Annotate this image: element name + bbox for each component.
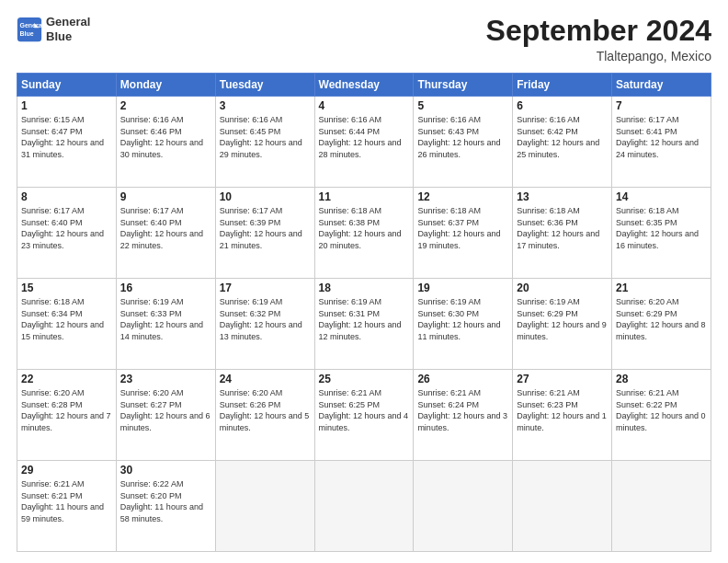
calendar-cell	[215, 461, 314, 552]
day-header-monday: Monday	[116, 74, 215, 97]
day-number: 6	[517, 99, 608, 112]
day-number: 29	[21, 464, 112, 477]
calendar-cell: 16 Sunrise: 6:19 AMSunset: 6:33 PMDaylig…	[116, 279, 215, 370]
day-number: 14	[616, 190, 707, 203]
calendar-cell: 26 Sunrise: 6:21 AMSunset: 6:24 PMDaylig…	[414, 370, 513, 461]
calendar-week-row: 22 Sunrise: 6:20 AMSunset: 6:28 PMDaylig…	[17, 370, 711, 461]
calendar-week-row: 29 Sunrise: 6:21 AMSunset: 6:21 PMDaylig…	[17, 461, 711, 552]
day-info: Sunrise: 6:16 AMSunset: 6:46 PMDaylight:…	[120, 115, 203, 159]
day-info: Sunrise: 6:20 AMSunset: 6:26 PMDaylight:…	[220, 388, 310, 432]
logo-text: General Blue	[46, 15, 90, 43]
calendar-cell	[513, 461, 612, 552]
day-info: Sunrise: 6:18 AMSunset: 6:38 PMDaylight:…	[319, 206, 402, 250]
day-number: 27	[517, 373, 608, 385]
calendar-body: 1 Sunrise: 6:15 AMSunset: 6:47 PMDayligh…	[17, 97, 711, 552]
calendar-cell	[314, 461, 414, 552]
calendar-cell: 13 Sunrise: 6:18 AMSunset: 6:36 PMDaylig…	[513, 188, 612, 279]
day-number: 16	[120, 282, 211, 294]
logo-icon: General Blue	[17, 17, 42, 42]
day-info: Sunrise: 6:21 AMSunset: 6:24 PMDaylight:…	[417, 388, 507, 432]
day-number: 15	[21, 282, 112, 294]
day-number: 4	[319, 99, 410, 112]
calendar-header-row: SundayMondayTuesdayWednesdayThursdayFrid…	[17, 74, 711, 97]
calendar-cell: 8 Sunrise: 6:17 AMSunset: 6:40 PMDayligh…	[17, 188, 117, 279]
calendar-cell: 12 Sunrise: 6:18 AMSunset: 6:37 PMDaylig…	[414, 188, 513, 279]
logo-line1: General	[46, 15, 90, 29]
day-number: 11	[319, 190, 410, 203]
calendar-cell: 21 Sunrise: 6:20 AMSunset: 6:29 PMDaylig…	[612, 279, 711, 370]
day-info: Sunrise: 6:19 AMSunset: 6:33 PMDaylight:…	[120, 297, 203, 341]
day-info: Sunrise: 6:17 AMSunset: 6:41 PMDaylight:…	[616, 115, 699, 159]
logo: General Blue General Blue	[17, 15, 90, 43]
day-info: Sunrise: 6:17 AMSunset: 6:40 PMDaylight:…	[120, 206, 203, 250]
day-number: 8	[21, 190, 112, 203]
day-number: 26	[417, 373, 508, 385]
day-header-tuesday: Tuesday	[215, 74, 314, 97]
calendar-cell: 23 Sunrise: 6:20 AMSunset: 6:27 PMDaylig…	[116, 370, 215, 461]
day-number: 28	[616, 373, 707, 385]
day-number: 5	[417, 99, 508, 112]
day-info: Sunrise: 6:21 AMSunset: 6:23 PMDaylight:…	[517, 388, 607, 432]
day-number: 9	[120, 190, 211, 203]
calendar-cell: 11 Sunrise: 6:18 AMSunset: 6:38 PMDaylig…	[314, 188, 414, 279]
calendar-cell	[414, 461, 513, 552]
calendar-cell: 17 Sunrise: 6:19 AMSunset: 6:32 PMDaylig…	[215, 279, 314, 370]
calendar-cell: 9 Sunrise: 6:17 AMSunset: 6:40 PMDayligh…	[116, 188, 215, 279]
day-header-sunday: Sunday	[17, 74, 117, 97]
logo-line2: Blue	[46, 29, 90, 44]
calendar-cell: 6 Sunrise: 6:16 AMSunset: 6:42 PMDayligh…	[513, 97, 612, 188]
calendar-cell: 1 Sunrise: 6:15 AMSunset: 6:47 PMDayligh…	[17, 97, 117, 188]
calendar-cell: 29 Sunrise: 6:21 AMSunset: 6:21 PMDaylig…	[17, 461, 117, 552]
page: General Blue General Blue September 2024…	[0, 0, 728, 563]
day-info: Sunrise: 6:18 AMSunset: 6:34 PMDaylight:…	[21, 297, 104, 341]
day-number: 2	[120, 99, 211, 112]
calendar-cell: 22 Sunrise: 6:20 AMSunset: 6:28 PMDaylig…	[17, 370, 117, 461]
calendar-cell: 30 Sunrise: 6:22 AMSunset: 6:20 PMDaylig…	[116, 461, 215, 552]
day-header-wednesday: Wednesday	[314, 74, 414, 97]
header: General Blue General Blue September 2024…	[17, 15, 711, 63]
day-header-friday: Friday	[513, 74, 612, 97]
location: Tlaltepango, Mexico	[486, 49, 711, 63]
calendar-cell: 10 Sunrise: 6:17 AMSunset: 6:39 PMDaylig…	[215, 188, 314, 279]
day-info: Sunrise: 6:18 AMSunset: 6:35 PMDaylight:…	[616, 206, 699, 250]
day-number: 23	[120, 373, 211, 385]
day-info: Sunrise: 6:18 AMSunset: 6:37 PMDaylight:…	[417, 206, 500, 250]
calendar-cell	[612, 461, 711, 552]
day-info: Sunrise: 6:16 AMSunset: 6:42 PMDaylight:…	[517, 115, 599, 159]
day-number: 30	[120, 464, 211, 477]
day-info: Sunrise: 6:19 AMSunset: 6:30 PMDaylight:…	[417, 297, 500, 341]
svg-text:Blue: Blue	[20, 30, 34, 37]
day-number: 17	[220, 282, 311, 294]
day-info: Sunrise: 6:19 AMSunset: 6:29 PMDaylight:…	[517, 297, 607, 341]
day-number: 20	[517, 282, 608, 294]
day-info: Sunrise: 6:19 AMSunset: 6:32 PMDaylight:…	[220, 297, 302, 341]
calendar-week-row: 1 Sunrise: 6:15 AMSunset: 6:47 PMDayligh…	[17, 97, 711, 188]
day-info: Sunrise: 6:16 AMSunset: 6:43 PMDaylight:…	[417, 115, 500, 159]
day-number: 25	[319, 373, 410, 385]
day-info: Sunrise: 6:15 AMSunset: 6:47 PMDaylight:…	[21, 115, 104, 159]
calendar-cell: 7 Sunrise: 6:17 AMSunset: 6:41 PMDayligh…	[612, 97, 711, 188]
calendar-cell: 2 Sunrise: 6:16 AMSunset: 6:46 PMDayligh…	[116, 97, 215, 188]
day-number: 21	[616, 282, 707, 294]
day-number: 13	[517, 190, 608, 203]
calendar-cell: 19 Sunrise: 6:19 AMSunset: 6:30 PMDaylig…	[414, 279, 513, 370]
calendar-cell: 18 Sunrise: 6:19 AMSunset: 6:31 PMDaylig…	[314, 279, 414, 370]
day-info: Sunrise: 6:18 AMSunset: 6:36 PMDaylight:…	[517, 206, 599, 250]
day-number: 19	[417, 282, 508, 294]
calendar-cell: 4 Sunrise: 6:16 AMSunset: 6:44 PMDayligh…	[314, 97, 414, 188]
day-info: Sunrise: 6:16 AMSunset: 6:45 PMDaylight:…	[220, 115, 302, 159]
day-number: 22	[21, 373, 112, 385]
calendar-cell: 14 Sunrise: 6:18 AMSunset: 6:35 PMDaylig…	[612, 188, 711, 279]
day-number: 10	[220, 190, 311, 203]
day-info: Sunrise: 6:21 AMSunset: 6:22 PMDaylight:…	[616, 388, 706, 432]
day-info: Sunrise: 6:16 AMSunset: 6:44 PMDaylight:…	[319, 115, 402, 159]
day-number: 3	[220, 99, 311, 112]
calendar-cell: 15 Sunrise: 6:18 AMSunset: 6:34 PMDaylig…	[17, 279, 117, 370]
calendar-cell: 20 Sunrise: 6:19 AMSunset: 6:29 PMDaylig…	[513, 279, 612, 370]
day-number: 12	[417, 190, 508, 203]
calendar-cell: 25 Sunrise: 6:21 AMSunset: 6:25 PMDaylig…	[314, 370, 414, 461]
day-number: 1	[21, 99, 112, 112]
calendar-cell: 27 Sunrise: 6:21 AMSunset: 6:23 PMDaylig…	[513, 370, 612, 461]
day-info: Sunrise: 6:19 AMSunset: 6:31 PMDaylight:…	[319, 297, 402, 341]
day-info: Sunrise: 6:17 AMSunset: 6:39 PMDaylight:…	[220, 206, 302, 250]
